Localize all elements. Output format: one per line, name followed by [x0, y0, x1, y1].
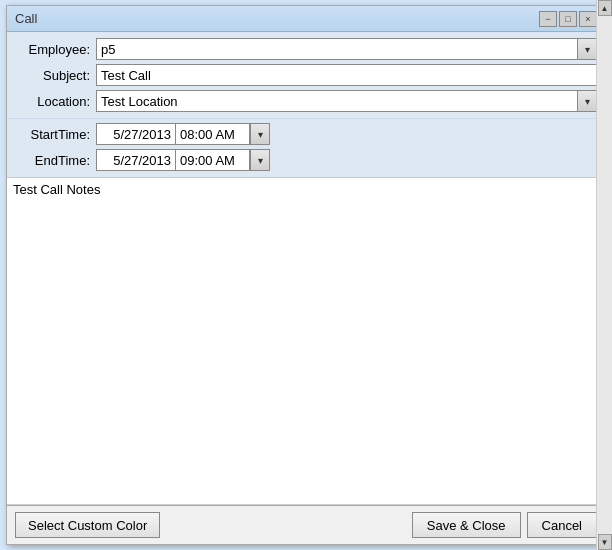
end-date-input[interactable] [96, 149, 176, 171]
starttime-group: ▾ [96, 123, 270, 145]
employee-label: Employee: [15, 42, 90, 57]
save-close-button[interactable]: Save & Close [412, 512, 521, 538]
custom-color-button[interactable]: Select Custom Color [15, 512, 160, 538]
main-window: Call − □ × Employee: ▾ Subject: Location… [6, 5, 606, 545]
close-button[interactable]: × [579, 11, 597, 27]
time-area: StartTime: ▾ EndTime: ▾ [7, 118, 605, 177]
endtime-row: EndTime: ▾ [15, 149, 597, 171]
scroll-track [597, 177, 605, 505]
employee-input[interactable] [96, 38, 577, 60]
title-bar: Call − □ × [7, 6, 605, 32]
cancel-button[interactable]: Cancel [527, 512, 597, 538]
maximize-button[interactable]: □ [559, 11, 577, 27]
location-field-group: ▾ [96, 90, 597, 112]
start-date-input[interactable] [96, 123, 176, 145]
location-dropdown-button[interactable]: ▾ [577, 90, 597, 112]
form-area: Employee: ▾ Subject: Location: ▾ [7, 32, 605, 118]
notes-area: Test Call Notes ▲ ▼ [7, 177, 605, 505]
subject-input[interactable] [96, 64, 597, 86]
start-time-dropdown-button[interactable]: ▾ [250, 123, 270, 145]
employee-field-group: ▾ [96, 38, 597, 60]
subject-label: Subject: [15, 68, 90, 83]
endtime-label: EndTime: [15, 153, 90, 168]
footer: Select Custom Color Save & Close Cancel [7, 505, 605, 544]
window-title: Call [15, 11, 37, 26]
end-time-dropdown-button[interactable]: ▾ [250, 149, 270, 171]
title-bar-controls: − □ × [539, 11, 597, 27]
employee-dropdown-button[interactable]: ▾ [577, 38, 597, 60]
location-label: Location: [15, 94, 90, 109]
starttime-row: StartTime: ▾ [15, 123, 597, 145]
notes-scrollbar: ▲ ▼ [596, 177, 605, 505]
subject-row: Subject: [15, 64, 597, 86]
endtime-group: ▾ [96, 149, 270, 171]
starttime-label: StartTime: [15, 127, 90, 142]
start-time-input[interactable] [176, 123, 250, 145]
footer-right-buttons: Save & Close Cancel [412, 512, 597, 538]
end-time-input[interactable] [176, 149, 250, 171]
notes-textarea[interactable]: Test Call Notes [7, 178, 589, 504]
location-input[interactable] [96, 90, 577, 112]
location-row: Location: ▾ [15, 90, 597, 112]
employee-row: Employee: ▾ [15, 38, 597, 60]
minimize-button[interactable]: − [539, 11, 557, 27]
